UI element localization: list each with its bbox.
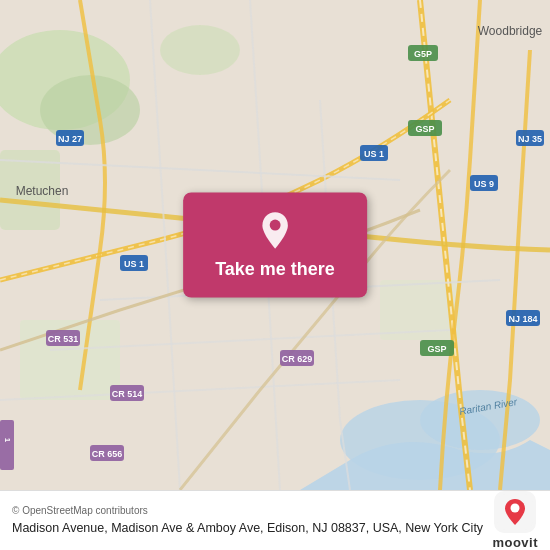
svg-text:Metuchen: Metuchen <box>16 184 69 198</box>
map-container: G5P GSP GSP US 1 US 1 NJ 27 US 9 NJ 35 N… <box>0 0 550 490</box>
svg-text:CR 629: CR 629 <box>282 354 313 364</box>
svg-text:GSP: GSP <box>427 344 446 354</box>
svg-point-40 <box>270 220 281 231</box>
moovit-text: moovit <box>492 535 538 550</box>
location-pin-icon <box>257 211 293 251</box>
footer-text: © OpenStreetMap contributors Madison Ave… <box>12 504 484 538</box>
svg-text:US 1: US 1 <box>364 149 384 159</box>
svg-text:Woodbridge: Woodbridge <box>478 24 543 38</box>
svg-text:CR 656: CR 656 <box>92 449 123 459</box>
svg-text:1: 1 <box>3 438 12 443</box>
svg-text:NJ 27: NJ 27 <box>58 134 82 144</box>
take-me-there-button[interactable]: Take me there <box>183 193 367 298</box>
svg-text:NJ 184: NJ 184 <box>508 314 537 324</box>
svg-text:GSP: GSP <box>415 124 434 134</box>
svg-text:G5P: G5P <box>414 49 432 59</box>
button-overlay: Take me there <box>183 193 367 298</box>
svg-text:US 1: US 1 <box>124 259 144 269</box>
svg-text:US 9: US 9 <box>474 179 494 189</box>
moovit-badge <box>494 491 536 533</box>
moovit-icon <box>497 494 533 530</box>
moovit-logo: moovit <box>492 491 538 550</box>
osm-credit: © OpenStreetMap contributors <box>12 504 484 518</box>
svg-text:NJ 35: NJ 35 <box>518 134 542 144</box>
svg-rect-31 <box>0 420 14 470</box>
address-text: Madison Avenue, Madison Ave & Amboy Ave,… <box>12 520 484 538</box>
button-label: Take me there <box>215 259 335 280</box>
svg-text:CR 514: CR 514 <box>112 389 143 399</box>
svg-text:CR 531: CR 531 <box>48 334 79 344</box>
svg-point-2 <box>420 390 540 450</box>
svg-point-6 <box>160 25 240 75</box>
footer: © OpenStreetMap contributors Madison Ave… <box>0 490 550 550</box>
svg-point-4 <box>40 75 140 145</box>
svg-point-42 <box>511 504 520 513</box>
